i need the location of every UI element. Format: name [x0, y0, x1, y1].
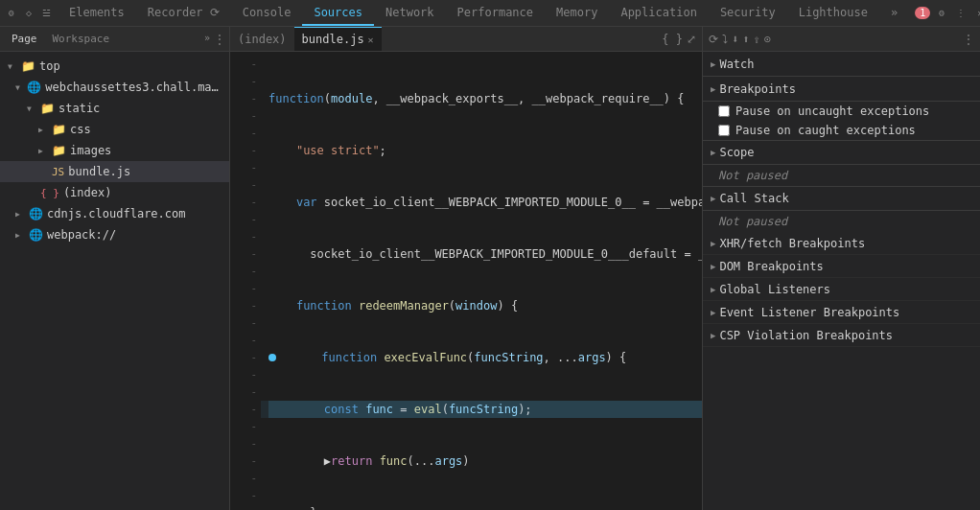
tab-memory[interactable]: Memory [545, 0, 609, 26]
step-out-icon[interactable]: ⬆ [742, 33, 749, 46]
sidebar-tab-page[interactable]: Page [4, 33, 45, 45]
breakpoints-section-header[interactable]: ▶ Breakpoints [703, 77, 980, 102]
tree-label: webchaussettes3.chall.malicecyb [45, 81, 222, 94]
tab-lighthouse[interactable]: Lighthouse [787, 0, 879, 26]
xhr-label: XHR/fetch Breakpoints [719, 237, 865, 250]
csp-arrow-icon: ▶ [711, 331, 715, 340]
call-stack-arrow-icon: ▶ [711, 194, 715, 203]
expand-icon: ▶ [38, 126, 48, 134]
code-line: "use strict"; [268, 142, 702, 159]
tab-security[interactable]: Security [709, 0, 787, 26]
tab-index-html[interactable]: (index) [230, 27, 294, 51]
breakpoints-arrow-icon: ▶ [711, 84, 715, 94]
tab-label: (index) [238, 33, 287, 46]
editor-area: (index) bundle.js ✕ { } ⤢ ----- ----- --… [230, 27, 702, 510]
tab-more[interactable]: » [879, 0, 909, 26]
tree-item-cdnjs[interactable]: ▶ 🌐 cdnjs.cloudflare.com [0, 203, 229, 224]
scope-not-paused: Not paused [703, 165, 980, 186]
sidebar: Page Workspace » ⋮ ▼ 📁 top ▼ 🌐 webchauss… [0, 27, 230, 510]
event-listener-breakpoints-header[interactable]: ▶ Event Listener Breakpoints [703, 301, 980, 324]
folder-icon: 🌐 [27, 81, 41, 94]
pause-caught-label: Pause on caught exceptions [735, 124, 916, 137]
resume-icon[interactable]: ⟳ [709, 33, 718, 46]
step-icon[interactable]: ⇪ [753, 33, 759, 46]
code-line: var socket_io_client__WEBPACK_IMPORTED_M… [268, 194, 702, 211]
more-options-icon[interactable]: ⋮ [963, 33, 974, 46]
global-listeners-header[interactable]: ▶ Global Listeners [703, 278, 980, 301]
devtools-inspect-icon[interactable]: ◇ [21, 6, 36, 21]
xhr-breakpoints-header[interactable]: ▶ XHR/fetch Breakpoints [703, 232, 980, 255]
expand-icon: ▶ [38, 147, 48, 155]
tree-item-webchaussettes[interactable]: ▼ 🌐 webchaussettes3.chall.malicecyb [0, 77, 229, 98]
xhr-arrow-icon: ▶ [711, 239, 715, 248]
tree-item-css[interactable]: ▶ 📁 css [0, 119, 229, 140]
scope-section-header[interactable]: ▶ Scope [703, 140, 980, 165]
devtools-device-icon[interactable]: ☱ [38, 6, 54, 21]
code-line: function(module, __webpack_exports__, __… [268, 90, 702, 107]
code-line: ▶return func(...args) [268, 452, 702, 470]
error-badge: 1 [915, 7, 930, 19]
deactivate-breakpoints-icon[interactable]: ⊙ [764, 33, 771, 46]
tree-label: (index) [63, 186, 112, 199]
chevron-right-icon[interactable]: » [204, 33, 210, 46]
tree-item-index[interactable]: ▶ { } (index) [0, 182, 229, 203]
pause-caught-checkbox[interactable] [718, 125, 730, 136]
code-line: socket_io_client__WEBPACK_IMPORTED_MODUL… [268, 245, 702, 263]
code-line: } [268, 504, 702, 510]
folder-icon: 🌐 [29, 207, 43, 220]
tree-item-webpack[interactable]: ▶ 🌐 webpack:// [0, 224, 229, 245]
line-numbers: ----- ----- ----- ----- ----- ----- - [230, 52, 261, 510]
tab-network[interactable]: Network [374, 0, 446, 26]
tab-sources[interactable]: Sources [302, 0, 374, 26]
devtools-settings-icon[interactable]: ⚙ [4, 6, 19, 21]
tab-console[interactable]: Console [231, 0, 303, 26]
settings-icon[interactable]: ⚙ [934, 6, 949, 21]
js-file-icon: JS [52, 166, 64, 178]
tree-label: webpack:// [47, 228, 116, 242]
tab-bundle-js[interactable]: bundle.js ✕ [294, 27, 382, 51]
tab-elements[interactable]: Elements [58, 0, 136, 26]
global-arrow-icon: ▶ [711, 285, 715, 294]
folder-icon: 📁 [21, 59, 35, 73]
tab-recorder[interactable]: Recorder ⟳ [136, 0, 231, 26]
expand-icon: ▼ [27, 104, 36, 113]
dom-breakpoints-header[interactable]: ▶ DOM Breakpoints [703, 255, 980, 278]
watch-section-header[interactable]: ▶ Watch [703, 52, 980, 77]
tree-item-images[interactable]: ▶ 📁 images [0, 140, 229, 161]
tree-item-static[interactable]: ▼ 📁 static [0, 98, 229, 119]
code-content[interactable]: function(module, __webpack_exports__, __… [261, 52, 702, 510]
tab-performance[interactable]: Performance [446, 0, 545, 26]
watch-label: Watch [719, 58, 754, 71]
step-into-icon[interactable]: ⬇ [732, 33, 738, 46]
folder-icon: 📁 [52, 123, 66, 136]
tab-close-icon[interactable]: ✕ [368, 35, 374, 45]
csp-violation-breakpoints-header[interactable]: ▶ CSP Violation Breakpoints [703, 324, 980, 347]
tree-label: cdnjs.cloudflare.com [47, 207, 186, 220]
expand-icon: ▶ [15, 231, 25, 240]
debug-toolbar: ⟳ ⤵ ⬇ ⬆ ⇪ ⊙ ⋮ [703, 27, 980, 52]
expand-icon: ▶ [15, 210, 25, 219]
dock-icon[interactable]: ✕ [972, 6, 980, 21]
tree-item-top[interactable]: ▼ 📁 top [0, 56, 229, 77]
sidebar-tab-workspace[interactable]: Workspace [45, 33, 118, 45]
scope-arrow-icon: ▶ [711, 148, 715, 157]
call-stack-section-header[interactable]: ▶ Call Stack [703, 186, 980, 211]
folder-icon: 📁 [52, 144, 66, 157]
more-options-icon[interactable]: ⋮ [953, 6, 968, 21]
tree-item-bundle-js[interactable]: ▶ JS bundle.js [0, 161, 229, 182]
tree-label: css [70, 123, 91, 136]
expand-editor-icon[interactable]: ⤢ [687, 33, 696, 46]
call-stack-not-paused: Not paused [703, 211, 980, 232]
event-arrow-icon: ▶ [711, 308, 715, 317]
main-area: Page Workspace » ⋮ ▼ 📁 top ▼ 🌐 webchauss… [0, 27, 980, 510]
tab-application[interactable]: Application [609, 0, 708, 26]
global-label: Global Listeners [719, 283, 830, 296]
format-icon[interactable]: { } [662, 33, 683, 46]
sidebar-menu-icon[interactable]: ⋮ [214, 33, 225, 46]
tree-label: static [58, 102, 100, 115]
folder-icon: 📁 [40, 102, 55, 115]
pause-uncaught-checkbox[interactable] [718, 105, 730, 117]
editor-tabs: (index) bundle.js ✕ { } ⤢ [230, 27, 702, 52]
step-over-icon[interactable]: ⤵ [722, 33, 728, 46]
sidebar-tabs: Page Workspace » ⋮ [0, 27, 229, 52]
